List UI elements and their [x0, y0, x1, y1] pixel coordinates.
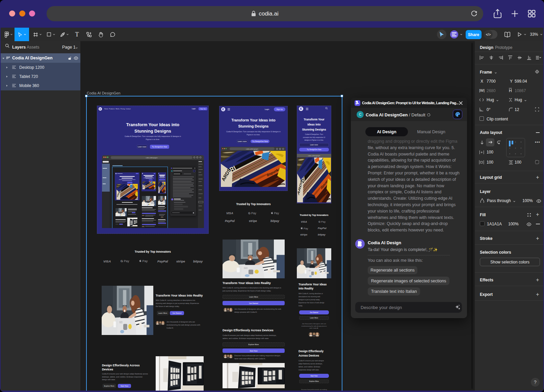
svg-text:</>: </> — [486, 33, 491, 36]
